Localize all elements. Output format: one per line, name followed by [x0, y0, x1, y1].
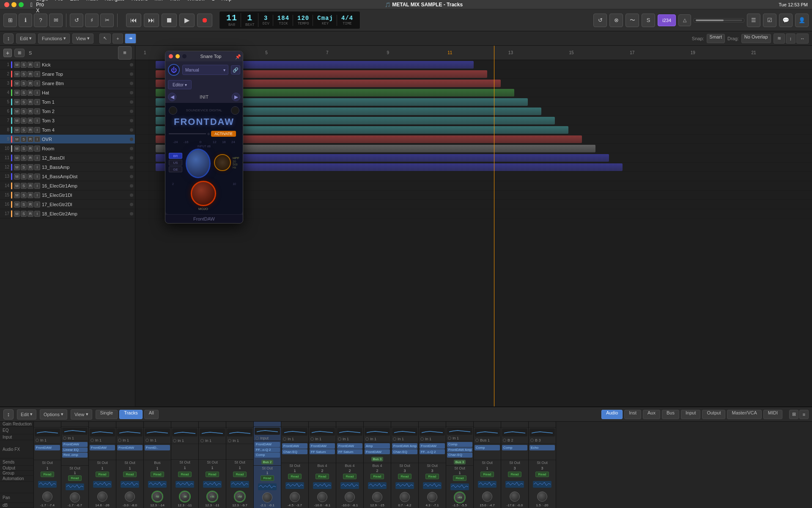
input-selector[interactable]: Bus 1	[474, 437, 501, 444]
input-monitor[interactable]: I	[34, 62, 40, 68]
automation-button[interactable]: Read	[370, 474, 384, 479]
automation-button[interactable]: Read	[288, 474, 301, 479]
input-monitor[interactable]: I	[34, 211, 40, 217]
menu-app[interactable]: Logic Pro X	[36, 0, 48, 14]
fx-slot[interactable]: Comp	[475, 445, 500, 451]
pan-knob[interactable]: +63	[455, 492, 465, 502]
plugin-link-button[interactable]: 🔗	[231, 65, 240, 75]
automation-button[interactable]: Read	[398, 474, 411, 479]
group-display[interactable]: 1	[199, 465, 226, 471]
automation-button[interactable]: Read	[343, 474, 356, 479]
solo-button[interactable]: S	[21, 127, 27, 133]
record-arm[interactable]: R	[27, 183, 33, 189]
input-monitor[interactable]: I	[34, 155, 40, 161]
pan-knob[interactable]	[510, 491, 520, 502]
output-selector[interactable]: St Out	[171, 459, 198, 465]
to-start-button[interactable]: ⏹	[162, 14, 177, 27]
fx-slot[interactable]: Chan EQ	[392, 449, 417, 455]
apple-menu[interactable]: 	[30, 1, 33, 8]
input-selector[interactable]: In 1	[281, 436, 308, 443]
fx-slot[interactable]: FrontDAW Amp	[392, 443, 417, 449]
view-dropdown[interactable]: View▾	[72, 33, 94, 44]
filter-midi[interactable]: MIDI	[763, 410, 782, 419]
input-selector[interactable]: In 1	[391, 436, 418, 443]
mute-button[interactable]: M	[14, 71, 20, 77]
record-arm[interactable]: R	[27, 80, 33, 86]
group-display[interactable]: 3	[501, 465, 528, 471]
output-selector[interactable]: St Out	[474, 460, 501, 466]
toolbar-library[interactable]: ⊞	[3, 14, 17, 27]
plugin-expand-button[interactable]	[182, 54, 187, 58]
input-selector[interactable]: Input	[254, 436, 281, 442]
pan-knob[interactable]	[262, 492, 272, 502]
mode-us[interactable]: US	[169, 160, 182, 166]
fx-slot[interactable]: FF...o-Q 2	[420, 449, 445, 455]
hpf-knob[interactable]	[214, 154, 231, 171]
automation-button[interactable]: Read	[41, 472, 54, 477]
plugin-minimize-button[interactable]	[176, 54, 180, 58]
solo-button[interactable]: S	[21, 80, 27, 86]
fx-slot[interactable]: FrontDAW	[90, 445, 115, 451]
record-button[interactable]: ⏺	[197, 14, 212, 27]
mute-button[interactable]: M	[14, 127, 20, 133]
eq-display[interactable]	[392, 428, 417, 436]
toolbar-cancel[interactable]: ⊗	[609, 14, 623, 27]
solo-button[interactable]: S	[21, 192, 27, 198]
fx-slot[interactable]: FrontDAW Amp	[447, 447, 472, 453]
output-selector[interactable]: Bus 4	[309, 463, 336, 468]
mute-button[interactable]: M	[14, 62, 20, 68]
solo-button[interactable]: S	[21, 183, 27, 189]
group-display[interactable]: 2	[309, 468, 336, 474]
output-selector[interactable]: St Out	[254, 465, 281, 470]
eq-display[interactable]	[227, 428, 252, 437]
input-selector[interactable]: In 1	[61, 436, 88, 442]
fx-slot[interactable]: FrontDAW	[365, 449, 390, 455]
pan-knob[interactable]	[317, 492, 327, 502]
input-monitor[interactable]: I	[34, 80, 40, 86]
fx-slot[interactable]: Amp	[365, 443, 390, 449]
toolbar-cycle[interactable]: ↺	[70, 14, 83, 27]
toolbar-person[interactable]: 👤	[795, 14, 809, 27]
output-selector[interactable]: Bus	[144, 460, 171, 466]
input-monitor[interactable]: I	[34, 127, 40, 133]
filter-input[interactable]: Input	[681, 410, 700, 419]
group-display[interactable]: 1	[171, 465, 198, 471]
record-arm[interactable]: R	[27, 118, 33, 124]
output-selector[interactable]: Bus 4	[336, 463, 363, 468]
group-display[interactable]: 3	[419, 468, 446, 474]
pan-knob[interactable]	[372, 492, 382, 502]
input-selector[interactable]: In 1	[34, 437, 61, 444]
smart-control-arrow[interactable]: △	[678, 14, 691, 26]
group-display[interactable]: 1	[281, 468, 308, 474]
eq-display[interactable]	[282, 428, 307, 436]
pan-knob[interactable]: -52	[152, 491, 162, 502]
track-row-1[interactable]: 1 M S R I Kick	[0, 60, 135, 69]
track-row-2[interactable]: 2 M S R I Snare Top	[0, 69, 135, 79]
solo-button[interactable]: S	[21, 118, 27, 124]
input-selector[interactable]: In 1	[419, 436, 446, 443]
track-row-8[interactable]: 8 M S R I Tom 4	[0, 125, 135, 135]
pan-knob[interactable]	[42, 491, 52, 502]
automation-button[interactable]: Read	[535, 472, 549, 477]
automation-button[interactable]: Read	[453, 475, 466, 481]
mute-button[interactable]: M	[14, 183, 20, 189]
fx-slot[interactable]: Chan EQ	[282, 449, 307, 455]
fx-slot[interactable]: Comp	[255, 453, 280, 458]
eq-display[interactable]	[502, 428, 527, 436]
output-selector[interactable]: St Out	[199, 459, 226, 465]
output-selector[interactable]: St Out	[89, 460, 116, 466]
menu-edit[interactable]: Edit	[70, 0, 79, 14]
pan-knob[interactable]: +31	[207, 491, 217, 502]
toolbar-list[interactable]: ☰	[747, 14, 760, 27]
tab-single[interactable]: Single	[96, 410, 118, 419]
toolbar-snap-toggle[interactable]: ↕	[3, 33, 14, 44]
plugin-preset-selector[interactable]: Manual▾	[182, 65, 228, 75]
input-selector[interactable]: In 1	[364, 436, 391, 443]
automation-button[interactable]: Read	[178, 472, 191, 477]
menu-track[interactable]: Track	[85, 0, 98, 14]
toolbar-cycle2[interactable]: ↺	[593, 14, 607, 27]
traffic-lights[interactable]	[4, 2, 24, 7]
solo-button[interactable]: S	[21, 90, 27, 96]
record-arm[interactable]: R	[27, 202, 33, 207]
input-monitor[interactable]: I	[34, 71, 40, 77]
